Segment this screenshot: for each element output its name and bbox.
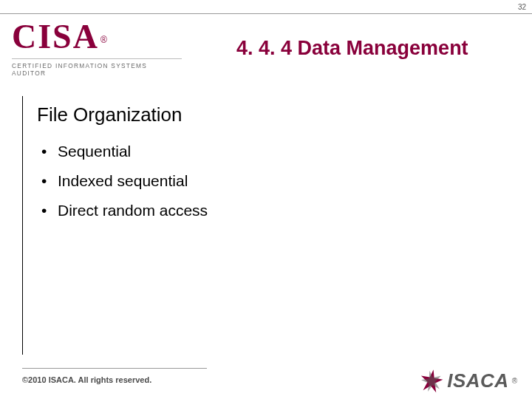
slide-title: 4. 4. 4 Data Management bbox=[182, 37, 520, 60]
list-item: Sequential bbox=[41, 143, 502, 160]
isaca-wordmark: ISACA bbox=[447, 369, 508, 392]
list-item: Indexed sequential bbox=[41, 172, 502, 190]
isaca-logo: ISACA® bbox=[419, 368, 517, 393]
header: CISA® CERTIFIED INFORMATION SYSTEMS AUDI… bbox=[12, 19, 520, 77]
footer: ©2010 ISACA. All rights reserved. ISACA® bbox=[0, 358, 532, 399]
cisa-subtitle: CERTIFIED INFORMATION SYSTEMS AUDITOR bbox=[12, 58, 182, 77]
content-area: File Organization Sequential Indexed seq… bbox=[37, 103, 502, 231]
subheading: File Organization bbox=[37, 103, 502, 126]
vertical-divider bbox=[22, 96, 23, 355]
bullet-list: Sequential Indexed sequential Direct ran… bbox=[37, 143, 502, 219]
cisa-logo: CISA® CERTIFIED INFORMATION SYSTEMS AUDI… bbox=[12, 20, 182, 77]
copyright-text: ©2010 ISACA. All rights reserved. bbox=[22, 375, 151, 384]
registered-icon: ® bbox=[512, 377, 517, 385]
list-item: Direct random access bbox=[41, 202, 502, 219]
registered-icon: ® bbox=[100, 35, 107, 45]
star-icon bbox=[419, 368, 444, 393]
top-rule bbox=[0, 13, 532, 14]
page-number: 32 bbox=[518, 3, 526, 11]
cisa-wordmark: CISA bbox=[12, 20, 99, 54]
footer-rule bbox=[22, 368, 207, 369]
